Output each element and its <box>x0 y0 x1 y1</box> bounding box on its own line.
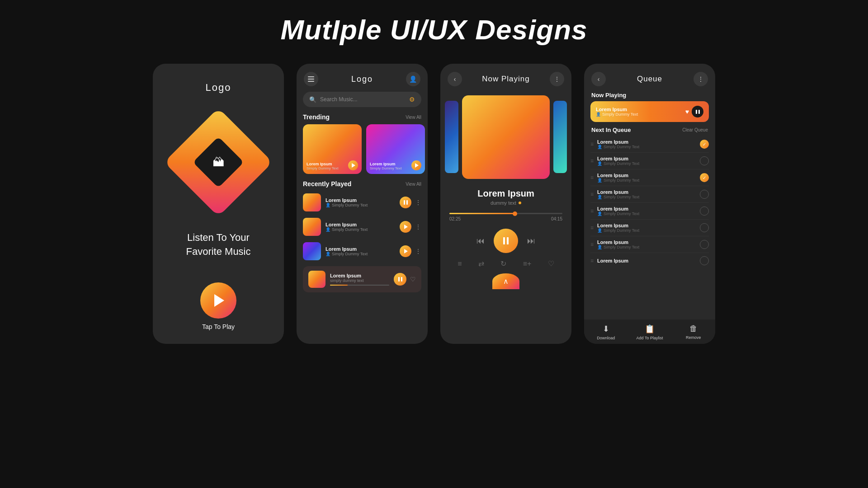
queue-more-button[interactable]: ⋮ <box>693 72 708 86</box>
bottom-pause-button[interactable] <box>394 273 406 286</box>
download-button[interactable]: ⬇ Download <box>584 324 628 340</box>
back-button[interactable]: ‹ <box>448 72 462 86</box>
remove-button[interactable]: 🗑 Remove <box>671 324 715 340</box>
drag-icon-4[interactable]: ≡ <box>590 191 594 197</box>
recently-info-3: Lorem Ipsum 👤 Simply Dummy Text <box>326 246 395 256</box>
recently-actions-3: ⋮ <box>400 245 421 257</box>
queue-checkbox-5[interactable] <box>700 206 709 216</box>
trending-card-1-title: Lorem Ipsum <box>307 162 348 166</box>
add-to-queue-icon[interactable]: ≡+ <box>523 260 532 268</box>
queue-back-arrow-icon: ‹ <box>598 75 600 83</box>
album-main-art <box>462 95 550 179</box>
drag-icon-7[interactable]: ≡ <box>590 241 594 248</box>
trending-card-1[interactable]: Lorem Ipsum Simply Dummy Text <box>303 124 362 174</box>
trending-card-2-info: Lorem Ipsum Simply Dummy Text <box>370 162 411 170</box>
recently-play-3[interactable] <box>400 245 411 257</box>
queue-back-button[interactable]: ‹ <box>591 72 606 86</box>
drag-icon-6[interactable]: ≡ <box>590 225 594 231</box>
prev-button[interactable]: ⏮ <box>476 236 485 246</box>
download-label: Download <box>597 336 615 340</box>
home-header: Logo 👤 <box>297 64 428 92</box>
queue-info-8: Lorem Ipsum <box>597 258 696 263</box>
drag-icon-5[interactable]: ≡ <box>590 208 594 214</box>
np-song-sub: 👤Simply Dummy Text <box>596 112 682 117</box>
recently-item-2: Lorem Ipsum 👤 Simply Dummy Text ⋮ <box>303 216 421 238</box>
tap-to-play-button[interactable] <box>200 282 236 319</box>
recently-pause-1[interactable] <box>400 197 411 208</box>
trending-card-1-sub: Simply Dummy Text <box>307 166 348 170</box>
trending-card-1-play[interactable] <box>348 160 358 170</box>
drag-icon-2[interactable]: ≡ <box>590 158 594 164</box>
queue-checkbox-6[interactable] <box>700 223 709 232</box>
recently-menu-1[interactable]: ⋮ <box>415 199 421 206</box>
now-playing-section-label: Now Playing <box>584 92 715 101</box>
recently-view-all[interactable]: View All <box>406 182 421 187</box>
queue-screen: ‹ Queue ⋮ Now Playing Lorem Ipsum 👤Simpl… <box>584 64 715 344</box>
queue-checkbox-7[interactable] <box>700 240 709 249</box>
bottom-heart-icon[interactable]: ♡ <box>410 276 416 283</box>
search-bar[interactable]: 🔍 Search Music... ⚙ <box>303 92 421 107</box>
mini-play-icon-3 <box>404 225 408 229</box>
add-to-playlist-button[interactable]: 📋 Add To Playlist <box>628 324 672 340</box>
queue-checkbox-2[interactable] <box>700 156 709 165</box>
np-song-info: Lorem Ipsum 👤Simply Dummy Text <box>596 107 682 117</box>
splash-logo: Logo <box>206 82 231 94</box>
extra-controls: ≡ ⇄ ↻ ≡+ ♡ <box>440 256 571 272</box>
recently-play-2[interactable] <box>400 221 411 233</box>
np-controls: ♥ <box>685 106 703 117</box>
trending-view-all[interactable]: View All <box>406 115 421 120</box>
queue-info-1: Lorem Ipsum 👤 Simply Dummy Text <box>597 139 696 149</box>
next-queue-header: Next In Queue Clear Queue <box>584 127 715 136</box>
recently-item-1: Lorem Ipsum 👤 Simply Dummy Text ⋮ <box>303 191 421 214</box>
time-current: 02:25 <box>449 216 461 221</box>
more-button[interactable]: ⋮ <box>550 72 564 86</box>
progress-section: 02:25 04:15 <box>440 208 571 226</box>
album-art-carousel <box>440 92 571 182</box>
filter-icon[interactable]: ⚙ <box>409 96 415 103</box>
np-heart-icon[interactable]: ♥ <box>685 108 689 115</box>
bottom-playing-bar: Lorem Ipsum simply dummy text ♡ <box>303 266 421 292</box>
recently-info-2: Lorem Ipsum 👤 Simply Dummy Text <box>326 222 395 232</box>
album-side-right <box>553 101 567 173</box>
drag-icon-8[interactable]: ≡ <box>590 258 594 264</box>
queue-item-1: ≡ Lorem Ipsum 👤 Simply Dummy Text ✓ <box>590 136 709 153</box>
drag-icon-1[interactable]: ≡ <box>590 141 594 147</box>
search-input[interactable]: Search Music... <box>320 96 406 103</box>
bottom-vinyl: ∧ <box>440 272 571 291</box>
progress-bar[interactable] <box>449 213 562 214</box>
queue-title: Queue <box>637 75 662 84</box>
main-pause-button[interactable] <box>494 229 518 253</box>
download-icon: ⬇ <box>603 324 609 334</box>
queue-checkbox-8[interactable] <box>700 256 709 265</box>
home-logo: Logo <box>351 75 373 84</box>
drag-icon-3[interactable]: ≡ <box>590 174 594 181</box>
time-total: 04:15 <box>551 216 562 221</box>
shuffle-icon[interactable]: ⇄ <box>478 259 484 268</box>
profile-button[interactable]: 👤 <box>406 72 420 86</box>
queue-checkbox-3[interactable]: ✓ <box>700 173 709 182</box>
trending-card-1-info: Lorem Ipsum Simply Dummy Text <box>307 162 348 170</box>
np-pause-button[interactable] <box>692 106 703 117</box>
menu-button[interactable] <box>304 72 318 86</box>
mini-play-icon <box>352 163 355 168</box>
trending-card-2-play[interactable] <box>411 160 421 170</box>
recently-menu-2[interactable]: ⋮ <box>415 223 421 230</box>
lyrics-icon[interactable]: ≡ <box>458 260 462 268</box>
queue-info-2: Lorem Ipsum 👤 Simply Dummy Text <box>597 156 696 166</box>
queue-checkbox-4[interactable] <box>700 190 709 199</box>
trending-card-2-title: Lorem Ipsum <box>370 162 411 166</box>
mountain-icon: 🏔 <box>212 155 224 169</box>
recently-section-header: Recently Played View All <box>297 180 428 191</box>
favorite-icon[interactable]: ♡ <box>548 259 554 268</box>
queue-info-3: Lorem Ipsum 👤 Simply Dummy Text <box>597 173 696 183</box>
recently-menu-3[interactable]: ⋮ <box>415 248 421 255</box>
clear-queue-button[interactable]: Clear Queue <box>682 127 708 132</box>
recently-thumb-2 <box>303 218 321 236</box>
next-button[interactable]: ⏭ <box>527 236 535 246</box>
queue-more-dots-icon: ⋮ <box>698 75 704 83</box>
trending-card-2-sub: Simply Dummy Text <box>370 166 411 170</box>
queue-item-8: ≡ Lorem Ipsum <box>590 253 709 268</box>
trending-card-2[interactable]: Lorem Ipsum Simply Dummy Text <box>366 124 425 174</box>
queue-checkbox-1[interactable]: ✓ <box>700 140 709 149</box>
repeat-icon[interactable]: ↻ <box>500 259 506 268</box>
